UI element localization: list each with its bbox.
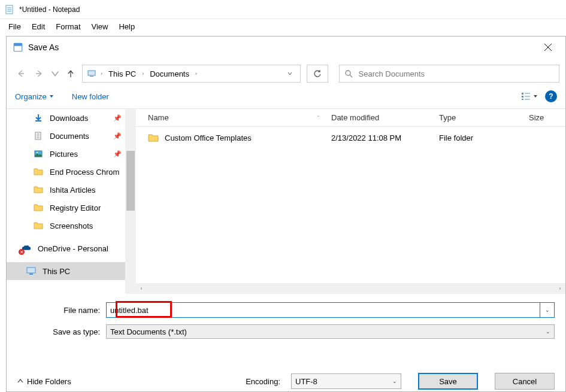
savetype-select[interactable]: Text Documents (*.txt) ⌄: [106, 324, 555, 339]
chevron-down-icon: ⌄: [546, 329, 550, 335]
svg-point-24: [37, 152, 38, 153]
chevron-right-icon: ›: [98, 71, 105, 77]
folder-icon: [33, 202, 44, 213]
close-button[interactable]: [537, 41, 559, 54]
folder-icon: [148, 133, 159, 142]
organize-button[interactable]: Organize: [15, 92, 54, 101]
svg-rect-9: [90, 76, 93, 77]
notepad-icon: [5, 5, 14, 14]
sidebar-scrollbar[interactable]: [125, 109, 136, 294]
onedrive-icon: ✕: [21, 243, 32, 254]
menu-file[interactable]: File: [4, 21, 26, 32]
menu-edit[interactable]: Edit: [27, 21, 50, 32]
scroll-right-icon[interactable]: ›: [555, 283, 565, 294]
sidebar-item-endprocess[interactable]: End Process Chrom: [7, 163, 125, 181]
pin-icon: 📌: [113, 150, 122, 158]
savetype-row: Save as type: Text Documents (*.txt) ⌄: [17, 323, 555, 341]
pin-icon: 📌: [113, 132, 122, 140]
chevron-up-icon: [17, 378, 23, 384]
svg-rect-5: [14, 43, 22, 46]
dialog-titlebar: Save As: [7, 37, 565, 58]
filename-label: File name:: [17, 306, 106, 315]
dialog-footer: Hide Folders Encoding: UTF-8 ⌄ Save Canc…: [7, 364, 565, 392]
svg-point-10: [346, 71, 350, 75]
nav-forward-button[interactable]: [32, 66, 47, 81]
scrollbar-thumb[interactable]: [126, 151, 135, 211]
column-header-size[interactable]: Size: [529, 113, 565, 122]
svg-rect-14: [522, 99, 523, 100]
svg-rect-25: [27, 268, 35, 273]
savetype-label: Save as type:: [17, 327, 106, 336]
new-folder-button[interactable]: New folder: [72, 92, 109, 101]
view-options-button[interactable]: [521, 92, 538, 101]
svg-rect-13: [522, 96, 523, 98]
refresh-button[interactable]: [307, 65, 328, 83]
sidebar-item-documents[interactable]: Documents 📌: [7, 127, 125, 145]
save-as-dialog: Save As › This PC › Documents ›: [6, 36, 566, 392]
sidebar-item-thispc[interactable]: This PC: [7, 262, 125, 280]
dialog-title: Save As: [28, 42, 59, 52]
pc-icon: [86, 68, 97, 79]
sidebar-item-screenshots[interactable]: Screenshots: [7, 217, 125, 235]
encoding-label: Encoding:: [246, 377, 280, 386]
menu-help[interactable]: Help: [114, 21, 140, 32]
horizontal-scrollbar[interactable]: ‹ ›: [136, 283, 565, 294]
menu-view[interactable]: View: [87, 21, 113, 32]
filename-input[interactable]: [106, 302, 540, 318]
hide-folders-button[interactable]: Hide Folders: [17, 377, 71, 386]
sidebar-item-downloads[interactable]: Downloads 📌: [7, 109, 125, 127]
notepad-window-title: *Untitled - Notepad: [19, 5, 80, 14]
svg-rect-8: [88, 71, 95, 75]
column-header-type[interactable]: Type: [439, 113, 529, 122]
sidebar-item-registry[interactable]: Registry Editor: [7, 199, 125, 217]
sidebar-item-pictures[interactable]: Pictures 📌: [7, 145, 125, 163]
filename-dropdown[interactable]: ⌄: [540, 302, 555, 318]
search-placeholder: Search Documents: [359, 69, 425, 78]
help-button[interactable]: ?: [545, 90, 557, 102]
breadcrumb-dropdown[interactable]: [283, 71, 296, 76]
list-item[interactable]: Custom Office Templates 2/13/2022 11:08 …: [136, 127, 565, 148]
pin-icon: 📌: [113, 114, 122, 122]
menu-format[interactable]: Format: [51, 21, 85, 32]
breadcrumb-bar[interactable]: › This PC › Documents ›: [82, 65, 301, 83]
thispc-icon: [26, 266, 37, 276]
sort-indicator-icon: ˆ: [317, 115, 319, 121]
sidebar-item-onedrive[interactable]: ✕ OneDrive - Personal: [7, 239, 125, 257]
cancel-button[interactable]: Cancel: [495, 373, 555, 390]
svg-rect-26: [29, 274, 33, 275]
search-icon: [344, 69, 353, 78]
downloads-icon: [33, 113, 44, 123]
svg-rect-12: [522, 93, 523, 95]
folder-icon: [33, 166, 44, 177]
chevron-right-icon: ›: [140, 71, 146, 77]
svg-line-11: [350, 75, 352, 77]
dialog-icon: [13, 42, 23, 53]
search-input[interactable]: Search Documents: [339, 65, 560, 83]
sidebar: Downloads 📌 Documents 📌 Pictures 📌 End P…: [7, 109, 125, 294]
folder-icon: [33, 220, 44, 231]
chevron-down-icon: ⌄: [392, 378, 397, 384]
folder-icon: [33, 184, 44, 195]
list-headers: Name ˆ Date modified Type Size: [136, 109, 565, 127]
breadcrumb-documents[interactable]: Documents: [147, 69, 192, 78]
nav-up-button[interactable]: [63, 66, 78, 81]
pictures-icon: [33, 148, 44, 159]
breadcrumb-thispc[interactable]: This PC: [106, 69, 138, 78]
column-header-date[interactable]: Date modified: [331, 113, 439, 122]
notepad-titlebar: *Untitled - Notepad: [0, 0, 566, 19]
navigation-row: › This PC › Documents › Search Documents: [7, 63, 565, 84]
nav-recent-dropdown[interactable]: [51, 66, 59, 81]
nav-back-button[interactable]: [13, 66, 28, 81]
sidebar-item-ishita[interactable]: Ishita Articles: [7, 181, 125, 199]
column-header-name[interactable]: Name ˆ: [136, 113, 331, 122]
toolbar: Organize New folder ?: [7, 84, 565, 108]
documents-icon: [33, 130, 44, 141]
encoding-select[interactable]: UTF-8 ⌄: [291, 373, 401, 389]
file-list-area: Name ˆ Date modified Type Size Custom Of…: [136, 109, 565, 294]
filename-row: File name: ⌄: [17, 301, 555, 319]
notepad-menu-bar: File Edit Format View Help: [0, 19, 566, 34]
save-button[interactable]: Save: [418, 373, 478, 390]
chevron-right-icon: ›: [193, 71, 199, 77]
scroll-left-icon[interactable]: ‹: [136, 283, 147, 294]
